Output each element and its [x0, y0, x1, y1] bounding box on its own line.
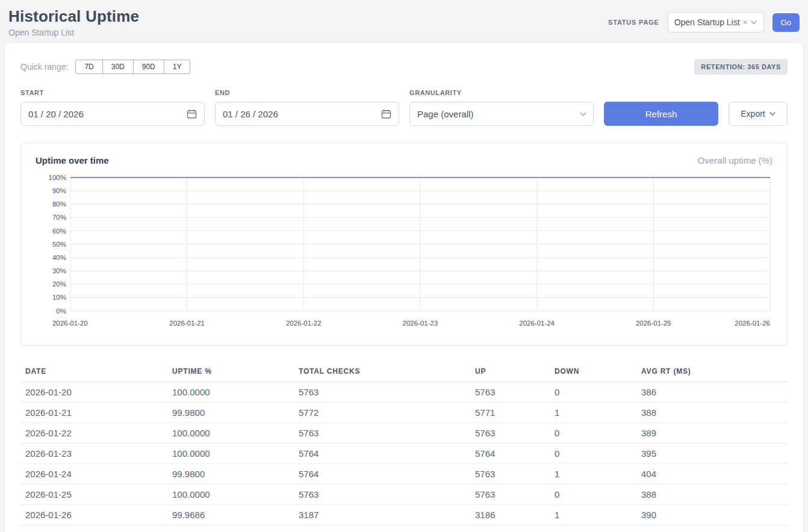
table-row: 2026-01-23100.0000576457640395 [20, 443, 788, 463]
clear-icon[interactable]: × [743, 18, 748, 26]
table-body: 2026-01-20100.00005763576303862026-01-21… [20, 382, 788, 525]
table-cell: 99.9800 [167, 402, 294, 422]
y-axis-tick-label: 40% [52, 254, 66, 261]
status-page-select-value: Open Startup List [674, 17, 740, 27]
table-cell: 100.0000 [167, 422, 294, 443]
table-row: 2026-01-20100.0000576357630386 [20, 382, 788, 402]
chevron-down-icon [751, 20, 757, 25]
table-cell: 388 [636, 402, 788, 422]
start-date-value: 01 / 20 / 2026 [28, 109, 84, 119]
chevron-down-icon [769, 112, 775, 116]
end-date-field: END 01 / 26 / 2026 [215, 89, 399, 126]
chevron-down-icon [580, 112, 586, 116]
chart-header: Uptime over time Overall uptime (%) [36, 155, 772, 165]
chart-legend: Overall uptime (%) [698, 155, 772, 165]
x-axis-tick-label: 2026-01-21 [169, 320, 205, 327]
table-cell: 1 [550, 402, 636, 422]
table-cell: 5763 [470, 422, 550, 443]
column-header: AVG RT (MS) [636, 361, 788, 382]
table-cell: 388 [636, 484, 788, 504]
column-header: DATE [20, 361, 167, 382]
table-cell: 3187 [294, 504, 470, 525]
page-subtitle: Open Startup List [8, 28, 139, 37]
quick-range-row: Quick range: 7D30D90D1Y RETENTION: 365 D… [20, 59, 788, 75]
table-cell: 2026-01-20 [20, 382, 167, 402]
granularity-select[interactable]: Page (overall) [409, 102, 594, 126]
y-axis-tick-label: 90% [52, 187, 66, 194]
table-cell: 5763 [470, 484, 550, 504]
y-axis-tick-label: 80% [52, 200, 66, 208]
table-cell: 0 [550, 484, 636, 504]
x-axis-tick-label: 2026-01-23 [403, 320, 438, 327]
end-date-label: END [215, 89, 399, 96]
table-row: 2026-01-25100.0000576357630388 [20, 484, 788, 504]
x-axis-tick-label: 2026-01-25 [636, 320, 671, 327]
column-header: UPTIME % [167, 361, 294, 382]
column-header: UP [470, 361, 550, 382]
export-button[interactable]: Export [729, 102, 788, 126]
retention-badge: RETENTION: 365 DAYS [694, 59, 788, 75]
column-header: DOWN [550, 361, 636, 382]
table-row: 2026-01-2499.9800576457631404 [20, 463, 788, 484]
table-cell: 5763 [294, 484, 470, 504]
page-title: Historical Uptime [8, 7, 139, 26]
status-page-label: STATUS PAGE [608, 19, 659, 26]
table-cell: 5771 [470, 402, 550, 422]
chart-title: Uptime over time [36, 155, 109, 165]
table-cell: 2026-01-21 [20, 402, 167, 422]
start-date-field: START 01 / 20 / 2026 [20, 89, 205, 126]
quick-range-left: Quick range: 7D30D90D1Y [20, 60, 190, 74]
table-header-row: DATEUPTIME %TOTAL CHECKSUPDOWNAVG RT (MS… [20, 361, 788, 382]
table-row: 2026-01-22100.0000576357630389 [20, 422, 788, 443]
calendar-icon[interactable] [381, 109, 391, 119]
quick-range-7d-button[interactable]: 7D [75, 60, 102, 74]
topbar-right: STATUS PAGE Open Startup List × Go [608, 12, 800, 32]
quick-range-label: Quick range: [20, 62, 68, 72]
quick-range-90d-button[interactable]: 90D [133, 60, 164, 74]
export-button-label: Export [741, 109, 765, 119]
table-cell: 0 [550, 422, 636, 443]
table-cell: 1 [550, 463, 636, 484]
table-cell: 100.0000 [167, 443, 294, 463]
table-cell: 386 [636, 382, 788, 402]
table-cell: 2026-01-24 [20, 463, 167, 484]
granularity-label: GRANULARITY [409, 89, 594, 96]
uptime-chart-card: Uptime over time Overall uptime (%) 0%10… [20, 143, 788, 345]
table-cell: 5763 [294, 422, 470, 443]
calendar-icon[interactable] [187, 109, 197, 119]
uptime-table: DATEUPTIME %TOTAL CHECKSUPDOWNAVG RT (MS… [20, 361, 788, 525]
topbar: Historical Uptime Open Startup List STAT… [5, 5, 803, 43]
granularity-value: Page (overall) [417, 109, 473, 119]
table-cell: 5764 [470, 443, 550, 463]
granularity-field: GRANULARITY Page (overall) [409, 89, 594, 126]
y-axis-tick-label: 70% [52, 214, 66, 221]
y-axis-tick-label: 100% [49, 174, 66, 181]
quick-range-1y-button[interactable]: 1Y [164, 60, 191, 74]
table-cell: 5763 [470, 463, 550, 484]
table-cell: 5763 [470, 382, 550, 402]
table-cell: 2026-01-22 [20, 422, 167, 443]
end-date-input[interactable]: 01 / 26 / 2026 [215, 102, 399, 126]
table-cell: 395 [636, 443, 788, 463]
x-axis-tick-label: 2026-01-26 [735, 320, 770, 327]
quick-range-group: 7D30D90D1Y [75, 60, 190, 74]
x-axis-tick-label: 2026-01-22 [286, 320, 322, 327]
table-head: DATEUPTIME %TOTAL CHECKSUPDOWNAVG RT (MS… [20, 361, 788, 382]
table-cell: 1 [550, 504, 636, 525]
table-cell: 3186 [470, 504, 550, 525]
quick-range-30d-button[interactable]: 30D [102, 60, 134, 74]
refresh-button[interactable]: Refresh [604, 102, 718, 126]
table-cell: 2026-01-23 [20, 443, 167, 463]
status-page-select[interactable]: Open Startup List × [668, 12, 764, 32]
table-cell: 100.0000 [167, 484, 294, 504]
page: Historical Uptime Open Startup List STAT… [0, 0, 808, 532]
table-cell: 2026-01-25 [20, 484, 167, 504]
uptime-line-chart: 0%10%20%30%40%50%60%70%80%90%100%2026-01… [36, 173, 772, 336]
y-axis-tick-label: 50% [52, 241, 66, 248]
start-date-input[interactable]: 01 / 20 / 2026 [20, 102, 205, 126]
table-cell: 5764 [294, 463, 470, 484]
go-button[interactable]: Go [772, 13, 800, 32]
y-axis-tick-label: 10% [52, 294, 66, 301]
table-cell: 390 [636, 504, 788, 525]
table-cell: 404 [636, 463, 788, 484]
